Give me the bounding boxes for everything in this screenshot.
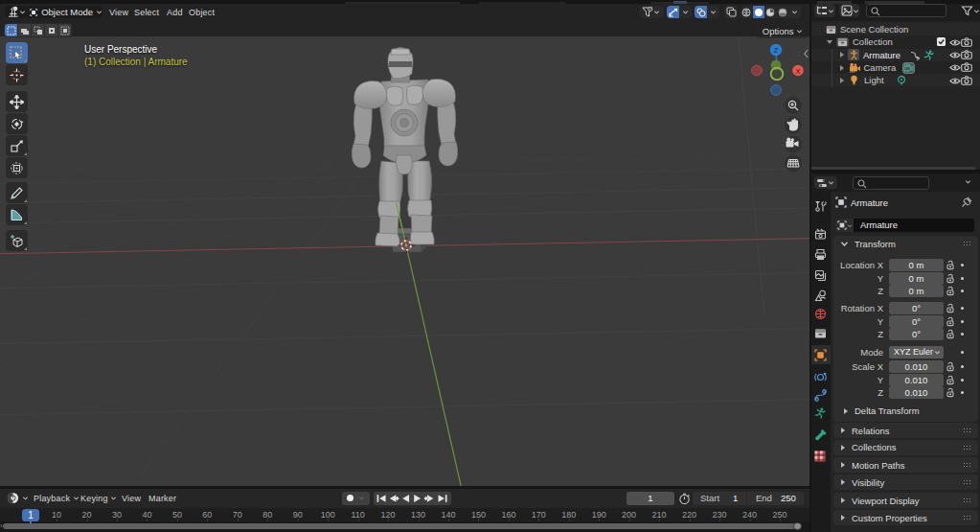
svg-text:X: X bbox=[795, 67, 801, 76]
svg-text:Z: Z bbox=[774, 46, 779, 55]
